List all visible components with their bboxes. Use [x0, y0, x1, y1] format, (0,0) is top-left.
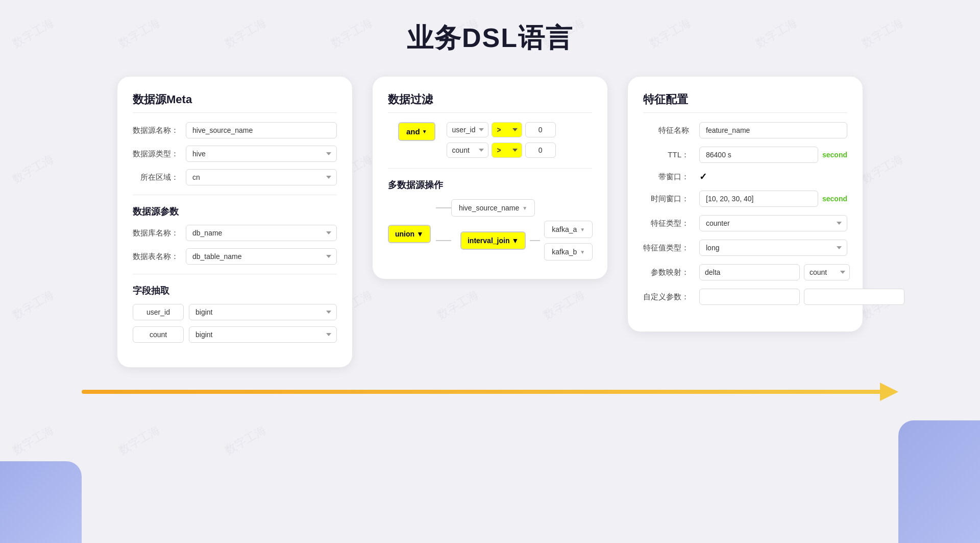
field-row-count: count bigint string long: [133, 326, 337, 343]
panel-feature-config: 特征配置 特征名称 TTL： second 带窗口： ✓ 时间窗口：: [628, 77, 863, 332]
panels-row: 数据源Meta 数据源名称： 数据源类型： hive kafka mysql 所…: [41, 77, 939, 367]
bottom-arrow-row: [41, 383, 939, 401]
hive-source-arrow-icon: ▼: [522, 205, 527, 211]
cond-field-1[interactable]: user_id count: [447, 122, 488, 137]
kafka-a-arrow-icon: ▼: [580, 227, 585, 232]
feature-type-select[interactable]: counter gauge histogram: [699, 215, 847, 231]
panel-datasource-meta: 数据源Meta 数据源名称： 数据源类型： hive kafka mysql 所…: [117, 77, 352, 367]
cond-op-2[interactable]: > < =: [492, 143, 522, 158]
interval-join-button[interactable]: interval_join ▼: [460, 231, 526, 250]
table-name-select[interactable]: db_table_name: [186, 248, 337, 265]
cond-value-2[interactable]: [525, 143, 556, 158]
ttl-input[interactable]: [699, 147, 818, 163]
ttl-row: TTL： second: [643, 147, 847, 163]
logic-and-arrow-icon: ▼: [422, 129, 427, 134]
deco-right: [898, 420, 980, 543]
custom-param-row: 自定义参数：: [643, 289, 847, 305]
interval-join-label: interval_join: [468, 237, 509, 245]
param-mapping-key-input[interactable]: [699, 264, 800, 280]
source-type-select[interactable]: hive kafka mysql: [186, 146, 337, 162]
kafka-b-label: kafka_b: [552, 248, 577, 256]
feature-name-row: 特征名称: [643, 122, 847, 138]
field-type-count[interactable]: bigint string long: [189, 326, 337, 343]
params-subtitle: 数据源参数: [133, 205, 337, 218]
kafka-sources: kafka_a ▼ kafka_b ▼: [544, 221, 593, 261]
ttl-label: TTL：: [643, 150, 689, 160]
table-name-label: 数据表名称：: [133, 252, 179, 262]
filter-conditions: user_id count > < =: [447, 122, 556, 158]
window-row: 带窗口： ✓: [643, 171, 847, 182]
field-name-userid: user_id: [133, 304, 184, 320]
panel-filter: 数据过滤 and ▼ user_id count: [373, 77, 607, 279]
logic-and-label: and: [406, 127, 420, 136]
db-name-label: 数据库名称：: [133, 228, 179, 238]
region-select[interactable]: cn us eu: [186, 169, 337, 185]
multi-ds-subtitle: 多数据源操作: [388, 179, 592, 191]
window-time-value-row: second: [699, 191, 847, 207]
window-time-input[interactable]: [699, 191, 818, 207]
param-mapping-value-select[interactable]: count sum avg: [804, 264, 850, 280]
condition-row-2: count user_id > < =: [447, 143, 556, 158]
db-name-select[interactable]: db_name: [186, 225, 337, 241]
source-name-input[interactable]: [186, 122, 337, 138]
custom-param-value-input[interactable]: [804, 289, 904, 305]
param-mapping-row: 参数映射： count sum avg: [643, 264, 847, 280]
filter-section: and ▼ user_id count > < =: [388, 122, 592, 158]
union-button[interactable]: union ▼: [388, 225, 431, 243]
window-time-label: 时间窗口：: [643, 194, 689, 204]
value-type-row: 特征值类型： long double string: [643, 240, 847, 256]
cond-field-2[interactable]: count user_id: [447, 143, 488, 158]
ttl-unit[interactable]: second: [822, 151, 847, 159]
interval-join-container: interval_join ▼ kafka_a ▼ kafka_b: [460, 221, 593, 261]
custom-param-key-input[interactable]: [699, 289, 800, 305]
field-type-userid[interactable]: bigint string long: [189, 304, 337, 320]
window-time-row: 时间窗口： second: [643, 191, 847, 207]
cond-value-1[interactable]: [525, 122, 556, 137]
kafka-a-label: kafka_a: [552, 225, 577, 233]
ds-tree: union ▼ hive_source_name ▼: [388, 199, 592, 261]
hive-source-label: hive_source_name: [459, 204, 519, 212]
logic-and-button[interactable]: and ▼: [398, 122, 435, 141]
param-mapping-inputs: count sum avg: [699, 264, 850, 280]
page-title: 业务DSL语言: [41, 20, 939, 56]
custom-param-inputs: [699, 289, 904, 305]
region-label: 所在区域：: [133, 173, 179, 182]
field-name-count: count: [133, 326, 184, 343]
cond-op-1[interactable]: > < =: [492, 122, 522, 137]
custom-param-label: 自定义参数：: [643, 292, 689, 302]
union-label: union: [395, 230, 414, 238]
panel2-filter-title: 数据过滤: [388, 92, 592, 113]
deco-left: [0, 461, 82, 543]
divider2: [133, 274, 337, 274]
hive-source-box[interactable]: hive_source_name ▼: [451, 199, 535, 217]
divider1: [133, 195, 337, 195]
feature-type-label: 特征类型：: [643, 219, 689, 228]
check-icon: ✓: [699, 171, 707, 182]
source-type-row: 数据源类型： hive kafka mysql: [133, 146, 337, 162]
param-mapping-label: 参数映射：: [643, 268, 689, 277]
kafka-b-box[interactable]: kafka_b ▼: [544, 243, 593, 261]
window-checkbox-wrapper[interactable]: ✓: [699, 171, 707, 182]
kafka-a-box[interactable]: kafka_a ▼: [544, 221, 593, 238]
ttl-value-row: second: [699, 147, 847, 163]
source-type-label: 数据源类型：: [133, 149, 179, 159]
feature-type-row: 特征类型： counter gauge histogram: [643, 215, 847, 231]
fields-subtitle: 字段抽取: [133, 285, 337, 297]
feature-name-input[interactable]: [699, 122, 847, 138]
arrow-line: [82, 390, 880, 394]
region-row: 所在区域： cn us eu: [133, 169, 337, 185]
value-type-select[interactable]: long double string: [699, 240, 847, 256]
window-time-unit[interactable]: second: [822, 195, 847, 203]
interval-join-arrow-icon: ▼: [511, 237, 519, 245]
divider3: [388, 168, 592, 169]
union-arrow-icon: ▼: [416, 230, 424, 238]
kafka-b-arrow-icon: ▼: [580, 249, 585, 255]
value-type-label: 特征值类型：: [643, 243, 689, 253]
panel1-title: 数据源Meta: [133, 92, 337, 113]
table-name-row: 数据表名称： db_table_name: [133, 248, 337, 265]
source-name-label: 数据源名称：: [133, 126, 179, 135]
source-name-row: 数据源名称：: [133, 122, 337, 138]
arrow-head-icon: [880, 383, 898, 401]
panel3-title: 特征配置: [643, 92, 847, 113]
window-label: 带窗口：: [643, 172, 689, 182]
